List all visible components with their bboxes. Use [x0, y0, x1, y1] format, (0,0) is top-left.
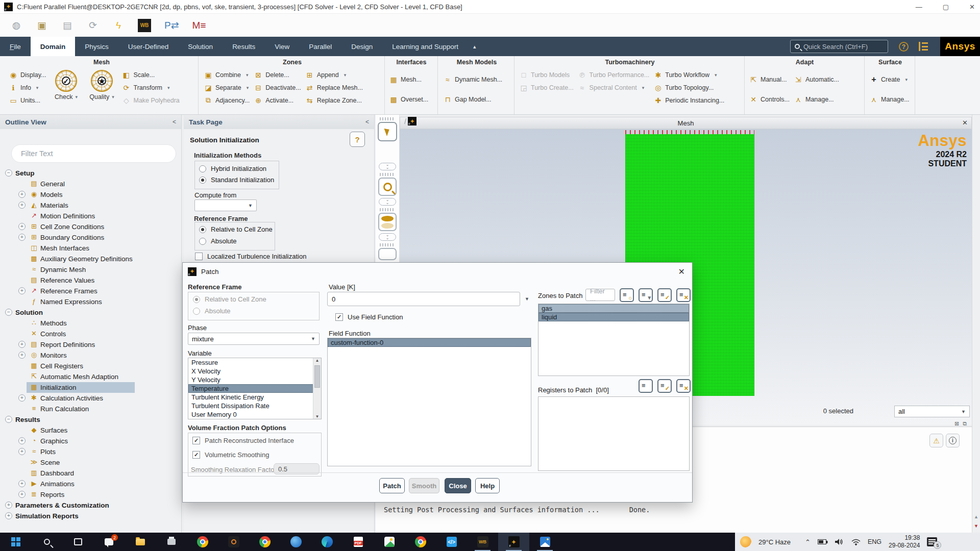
tool-expander[interactable]: ⌄⌄ [379, 233, 396, 241]
tab-physics[interactable]: Physics [75, 37, 118, 56]
start-button[interactable] [0, 533, 31, 551]
photos-button[interactable] [529, 533, 560, 551]
ribbon-button-separate[interactable]: ◪Separate▾ [204, 82, 250, 93]
help-icon[interactable]: ? [899, 42, 909, 52]
minimize-button[interactable]: — [916, 3, 922, 11]
zones-filter-list-button[interactable]: ≡○ [620, 288, 634, 302]
pointer-tool-button[interactable] [378, 122, 397, 141]
zones-sort-button[interactable]: ≡▾ [639, 288, 653, 302]
tree-item-cell-zone-conditions[interactable]: +⊞Cell Zone Conditions [0, 221, 180, 232]
smooth-button[interactable]: Smooth [409, 478, 439, 493]
tree-item-dynamic-mesh[interactable]: ≈Dynamic Mesh [0, 264, 180, 275]
radio-relative-to-cell-zone[interactable]: Relative to Cell Zone [199, 226, 273, 233]
patch-reconstructed-checkbox[interactable]: ✓Patch Reconstructed Interface [192, 437, 294, 444]
ribbon-button-combine[interactable]: ▣Combine▾ [204, 69, 250, 81]
tree-item-monitors[interactable]: +◎Monitors [0, 350, 180, 361]
bolt-icon[interactable]: ϟ [112, 19, 125, 32]
tree-item-boundary-conditions[interactable]: +⊞Boundary Conditions [0, 232, 180, 243]
variable-listbox[interactable]: PressureX VelocityY VelocityTemperatureT… [188, 358, 322, 419]
tree-item-solution[interactable]: −Solution [0, 307, 180, 318]
weather-icon[interactable] [740, 536, 751, 547]
registers-list-button[interactable]: ≡ [639, 379, 653, 393]
task-help-button[interactable]: ? [350, 132, 365, 147]
browser-button[interactable] [280, 533, 311, 551]
help-button[interactable]: Help [475, 478, 500, 493]
tree-item-animations[interactable]: +▶Animations [0, 479, 180, 489]
chrome-button[interactable] [187, 533, 218, 551]
viewport-tab[interactable]: /✦F [404, 117, 416, 126]
scroll-up-icon[interactable]: ▲ [972, 514, 980, 519]
zone-option-liquid[interactable]: liquid [538, 313, 689, 321]
ribbon-button-display-[interactable]: ◉Display... [9, 69, 46, 81]
battery-icon[interactable] [818, 539, 828, 545]
tab-results[interactable]: Results [223, 37, 265, 56]
tree-item-mesh-interfaces[interactable]: ◫Mesh Interfaces [0, 243, 180, 254]
dialog-radio-absolute[interactable]: Absolute [193, 307, 231, 315]
display-filter-select[interactable]: all▼ [894, 406, 970, 417]
ribbon-button-manage-[interactable]: ⋏Manage... [794, 93, 839, 105]
variable-option[interactable]: Pressure [188, 358, 313, 367]
expand-icon[interactable]: + [5, 502, 12, 509]
search-button[interactable] [31, 533, 62, 551]
tree-item-cell-registers[interactable]: ▦Cell Registers [0, 361, 180, 371]
expand-icon[interactable]: + [18, 491, 26, 498]
expand-icon[interactable]: + [18, 352, 26, 359]
expand-icon[interactable]: + [18, 448, 26, 455]
ribbon-button-check[interactable]: ✓Check▾ [50, 69, 82, 106]
tree-item-motion-definitions[interactable]: ↗Motion Definitions [0, 211, 180, 221]
refresh-icon[interactable]: ⟳ [87, 19, 99, 32]
tree-item-report-definitions[interactable]: +▤Report Definitions [0, 339, 180, 350]
expand-icon[interactable]: + [18, 287, 26, 294]
radio-hybrid-initialization[interactable]: Hybrid Initialization [199, 165, 266, 172]
workbench-button[interactable]: WB [467, 533, 498, 551]
tab--[interactable]: ▴ [468, 37, 481, 56]
ribbon-button-transform[interactable]: ⟳Transform▾ [121, 82, 179, 93]
radio-standard-initialization[interactable]: Standard Initialization [199, 176, 274, 184]
weather-text[interactable]: 29°C Haze [758, 538, 791, 546]
patch-button[interactable]: Patch [379, 478, 405, 493]
scroll-down-icon[interactable]: ▼ [972, 523, 980, 529]
parallel-icon[interactable]: P⇄ [164, 19, 179, 32]
ribbon-button-replace-mesh-[interactable]: ⇄Replace Mesh... [305, 82, 363, 93]
language-indicator[interactable]: ENG [868, 538, 881, 545]
tree-item-materials[interactable]: +◭Materials [0, 200, 180, 211]
task-view-button[interactable] [62, 533, 93, 551]
phase-select[interactable]: mixture▼ [188, 333, 320, 345]
tree-item-methods[interactable]: ∴Methods [0, 318, 180, 329]
pdf-button[interactable]: PDF [342, 533, 374, 551]
expand-icon[interactable]: + [18, 437, 26, 444]
tab-parallel[interactable]: Parallel [299, 37, 341, 56]
ribbon-button-gap-model-[interactable]: ⊓Gap Model... [443, 93, 502, 105]
tree-item-plots[interactable]: +≈Plots [0, 446, 180, 457]
chrome-2-button[interactable] [405, 533, 436, 551]
ribbon-button-periodic-instancing-[interactable]: ✚Periodic Instancing... [653, 94, 724, 106]
ribbon-button-activate-[interactable]: ⊕Activate... [254, 94, 301, 106]
tab-design[interactable]: Design [341, 37, 382, 56]
tree-item-reference-frames[interactable]: +↗Reference Frames [0, 286, 180, 296]
variable-option[interactable]: Turbulent Kinetic Energy [188, 393, 313, 402]
use-field-function-checkbox[interactable]: ✓Use Field Function [335, 313, 403, 321]
tree-item-scene[interactable]: ≫Scene [0, 457, 180, 468]
ribbon-button-turbo-workflow[interactable]: ✱Turbo Workflow▾ [653, 69, 724, 81]
collapse-icon[interactable]: − [5, 169, 12, 177]
shading-tool-button[interactable] [378, 213, 397, 231]
outline-filter-input[interactable]: Filter Text [11, 144, 176, 163]
zones-listbox[interactable]: gasliquid [538, 304, 690, 376]
tool-expander[interactable]: ⌄⌄ [379, 198, 396, 206]
tab-learning-and-support[interactable]: Learning and Support [382, 37, 468, 56]
wifi-icon[interactable] [851, 539, 861, 545]
variable-option[interactable]: X Velocity [188, 367, 313, 375]
zoom-box-tool-button[interactable] [378, 178, 397, 196]
chromium-button[interactable] [249, 533, 280, 551]
media-button[interactable] [374, 533, 405, 551]
localized-turbulence-checkbox[interactable]: Localized Turbulence Initialization [195, 253, 306, 260]
tree-item-setup[interactable]: −Setup [0, 168, 180, 179]
edge-button[interactable] [311, 533, 342, 551]
ribbon-button-delete-[interactable]: ⊠Delete... [254, 69, 301, 81]
workbench-badge-icon[interactable]: WB [138, 19, 151, 32]
ribbon-button-deactivate-[interactable]: ⊟Deactivate... [254, 82, 301, 93]
collapse-icon[interactable]: − [5, 416, 12, 423]
tree-item-reports[interactable]: +≣Reports [0, 489, 180, 500]
task-page-collapse-icon[interactable]: < [365, 118, 369, 126]
import-case-icon[interactable]: ▣ [36, 19, 48, 32]
